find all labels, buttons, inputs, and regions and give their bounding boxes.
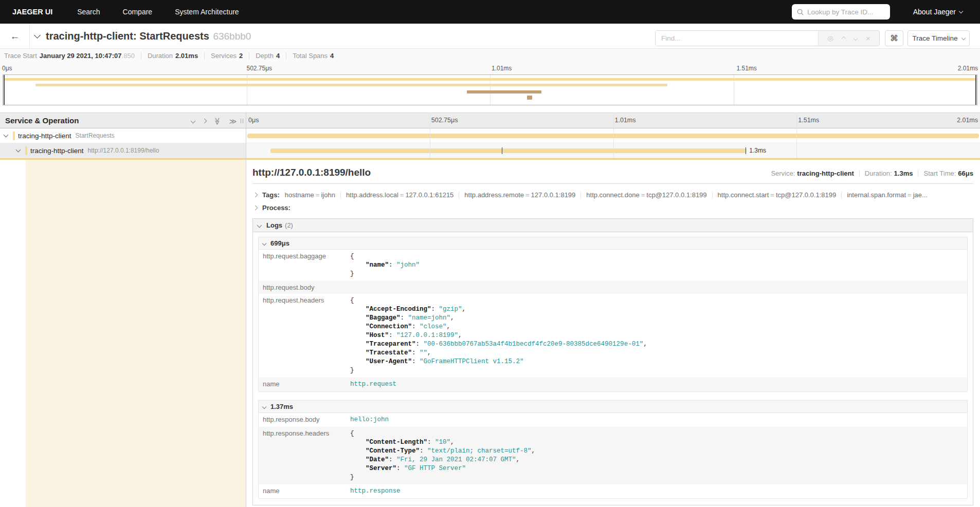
minimap-right-scrubber[interactable] [975, 75, 976, 105]
field-value-text: http.response [350, 487, 401, 495]
timeline-minimap[interactable] [3, 74, 977, 105]
tag-item[interactable]: http.connect.start=tcp@127.0.0.1:8199 [718, 191, 837, 199]
log-entry: 1.37mshttp.response.bodyhello:johnhttp.r… [258, 400, 968, 499]
expand-all-icon[interactable]: ≫ [229, 118, 237, 125]
chevron-down-icon[interactable] [16, 147, 21, 153]
tag-item[interactable]: http.address.local=127.0.0.1:61215 [346, 191, 453, 199]
name-column-divider[interactable] [246, 112, 246, 507]
divider [459, 192, 459, 199]
summary-value: 2 [239, 52, 243, 60]
tag-item[interactable]: hostname=ijohn [285, 191, 335, 199]
column-resize-handle[interactable] [241, 119, 243, 123]
chevron-down-icon [262, 241, 266, 245]
json-line: "Server": "GF HTTP Server" [350, 464, 963, 473]
trace-lookup-box[interactable] [792, 4, 890, 20]
tags-accordian[interactable]: Tags: hostname=ijohnhttp.address.local=1… [252, 189, 973, 201]
about-jaeger-menu[interactable]: About Jaeger [913, 0, 963, 24]
trace-lookup-input[interactable] [807, 8, 885, 16]
next-match-icon[interactable] [854, 36, 858, 40]
tag-value: tcp@127.0.0.1:8199 [776, 191, 836, 199]
find-input[interactable] [656, 31, 818, 46]
json-punct [350, 349, 366, 356]
json-string: "" [420, 349, 427, 356]
span-bar[interactable] [270, 148, 747, 153]
app-brand[interactable]: JAEGER UI [12, 8, 52, 16]
collapse-all-icon[interactable]: ≫ [214, 117, 221, 125]
divider [340, 192, 341, 199]
nav-item-search[interactable]: Search [77, 8, 100, 16]
logs-accordian-header[interactable]: Logs (2) [253, 219, 973, 232]
json-key: "Tracestate" [366, 349, 412, 356]
json-punct [350, 341, 366, 348]
span-rows: tracing-http-clientStartRequeststracing-… [0, 128, 980, 158]
chevron-down-icon[interactable] [4, 133, 9, 138]
json-punct [350, 261, 366, 269]
trace-id-short: 636bbb0 [213, 31, 251, 42]
json-key: "Accept-Encoding" [366, 306, 431, 313]
view-selector-button[interactable]: Trace Timeline [908, 30, 970, 46]
clear-find-icon[interactable]: × [866, 34, 870, 43]
focus-match-icon[interactable]: ◎ [827, 34, 833, 42]
json-punct: : [412, 349, 420, 356]
tag-item[interactable]: internal.span.format=jae... [847, 191, 928, 199]
json-punct: : [420, 447, 427, 455]
process-accordian[interactable]: Process: [252, 201, 973, 214]
span-detail-meta: Service:tracing-http-clientDuration:1.3m… [771, 170, 973, 177]
collapse-trace-chevron-icon[interactable] [34, 32, 41, 39]
tag-item[interactable]: http.connect.done=tcp@127.0.0.1:8199 [586, 191, 706, 199]
key-value-table: http.response.bodyhello:johnhttp.respons… [258, 413, 968, 499]
nav-item-compare[interactable]: Compare [123, 8, 153, 16]
field-value: http.response [346, 484, 967, 498]
json-string: "00-636bbb0767ab53a4f4b1becdf4fc20e9-803… [424, 341, 644, 348]
json-line: "User-Agent": "GoFrameHTTPClient v1.15.2… [350, 358, 963, 366]
divider [204, 52, 205, 60]
service-color-strip [25, 146, 27, 155]
tag-equals: = [524, 191, 531, 199]
field-key: http.request.headers [259, 294, 346, 378]
json-line: "name": "john" [350, 261, 963, 270]
span-row[interactable]: tracing-http-clienthttp://127.0.0.1:8199… [0, 143, 980, 158]
json-key: "Traceparent" [366, 341, 416, 348]
field-value: { "name": "john"} [346, 250, 967, 281]
tag-item[interactable]: http.address.remote=127.0.0.1:8199 [464, 191, 575, 199]
collapse-one-icon[interactable] [191, 119, 196, 124]
minimap-tick-label: 1.51ms [737, 65, 757, 72]
service-color-strip [13, 132, 15, 140]
summary-item: Trace StartJanuary 29 2021, 10:47:07.850 [4, 52, 135, 60]
divider [841, 192, 842, 199]
field-value: { "Accept-Encoding": "gzip", "Baggage": … [346, 294, 967, 378]
span-row[interactable]: tracing-http-clientStartRequests [0, 128, 980, 143]
nav-item-system-architecture[interactable]: System Architecture [175, 8, 239, 16]
minimap-left-scrubber[interactable] [4, 75, 5, 105]
json-string: "GF HTTP Server" [404, 465, 466, 472]
key-value-row: http.request.baggage{ "name": "john"} [259, 250, 967, 281]
minimap-tick-label: 502.75μs [247, 65, 273, 72]
log-entry-header[interactable]: 699μs [258, 237, 968, 250]
json-string: "close" [420, 323, 447, 330]
json-line: { [350, 429, 963, 438]
jaeger-trace-page: JAEGER UI SearchCompareSystem Architectu… [0, 0, 980, 507]
json-string: "Fri, 29 Jan 2021 02:47:07 GMT" [396, 456, 516, 463]
summary-label: Trace Start [4, 52, 37, 60]
span-row-name-cell[interactable]: tracing-http-clienthttp://127.0.0.1:8199… [0, 143, 246, 158]
log-entry: 699μshttp.request.baggage{ "name": "john… [258, 237, 968, 392]
json-line: "Date": "Fri, 29 Jan 2021 02:47:07 GMT", [350, 456, 963, 464]
field-key: http.request.baggage [259, 250, 346, 281]
prev-match-icon[interactable] [841, 36, 845, 40]
divider [712, 192, 713, 199]
log-entry-header[interactable]: 1.37ms [258, 400, 968, 413]
json-punct [350, 465, 366, 472]
span-row-name-cell[interactable]: tracing-http-clientStartRequests [0, 128, 246, 143]
json-punct [350, 323, 366, 330]
detail-meta-value: 66μs [958, 170, 973, 177]
tag-key: http.address.local [346, 191, 398, 199]
tags-label: Tags: [262, 191, 280, 199]
minimap-tick-label: 1.01ms [492, 65, 512, 72]
top-nav: JAEGER UI SearchCompareSystem Architectu… [0, 0, 980, 24]
summary-value-muted: .850 [122, 52, 135, 60]
expand-one-icon[interactable] [202, 119, 207, 124]
json-punct: { [350, 430, 354, 437]
json-punct: , [516, 456, 520, 463]
back-button[interactable]: ← [7, 29, 23, 44]
keyboard-shortcuts-button[interactable]: ⌘ [885, 30, 903, 46]
